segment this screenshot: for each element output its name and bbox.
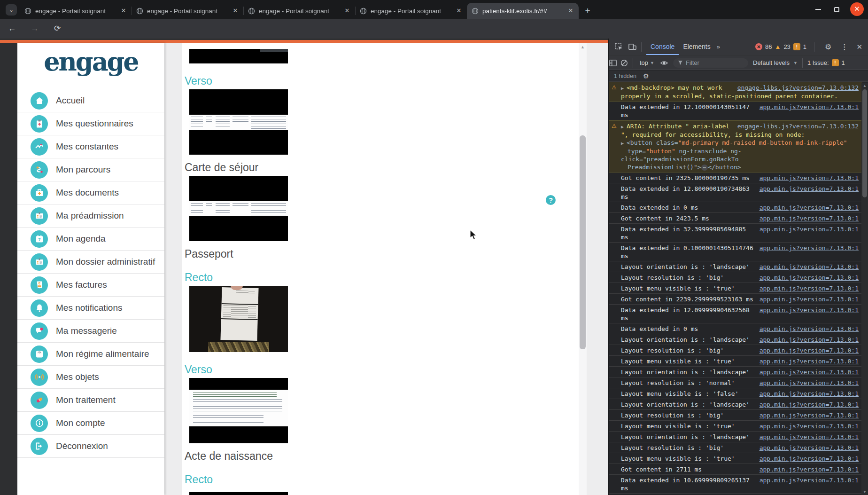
sidebar-item-mes-constantes[interactable]: Mes constantes bbox=[17, 135, 164, 158]
console-source-link[interactable]: app.min.js?version=7.13.0:1 bbox=[760, 274, 859, 282]
sidebar-item-mon-traitement[interactable]: Mon traitement bbox=[17, 389, 164, 412]
document-thumbnail[interactable] bbox=[189, 286, 288, 352]
browser-tab-4[interactable]: engage - Portail soignant✕ bbox=[355, 3, 467, 19]
console-log-row[interactable]: app.min.js?version=7.13.0:1Layout resolu… bbox=[609, 410, 862, 421]
inspect-element-icon[interactable] bbox=[615, 43, 623, 51]
browser-tab-2[interactable]: engage - Portail soignant✕ bbox=[132, 3, 243, 19]
console-log-row[interactable]: app.min.js?version=7.13.0:1Layout menu v… bbox=[609, 283, 862, 294]
console-log-row[interactable]: app.min.js?version=7.13.0:1Data extended… bbox=[609, 102, 862, 120]
sidebar-item-mes-factures[interactable]: €Mes factures bbox=[17, 274, 164, 297]
tab-close-icon[interactable]: ✕ bbox=[343, 7, 351, 15]
sidebar-item-mon-parcours[interactable]: Mon parcours bbox=[17, 158, 164, 181]
console-log-row[interactable]: app.min.js?version=7.13.0:1Layout menu v… bbox=[609, 421, 862, 432]
console-log-row[interactable]: app.min.js?version=7.13.0:1Layout menu v… bbox=[609, 453, 862, 464]
console-source-link[interactable]: app.min.js?version=7.13.0:1 bbox=[760, 411, 859, 419]
doc-side-link[interactable]: Verso bbox=[185, 363, 304, 376]
console-dom-node-line[interactable]: type="button" ng-transclude ng-click="pr… bbox=[621, 147, 859, 163]
issues-badge-icon[interactable]: ! bbox=[793, 43, 800, 50]
console-scrollbar[interactable]: ▲ ▼ bbox=[861, 83, 868, 495]
document-thumbnail[interactable] bbox=[189, 49, 288, 63]
sidebar-item-mon-dossier-administratif[interactable]: Mon dossier administratif bbox=[17, 251, 164, 274]
tab-close-icon[interactable]: ✕ bbox=[455, 7, 463, 15]
console-source-link[interactable]: app.min.js?version=7.13.0:1 bbox=[760, 306, 859, 314]
close-window-button[interactable]: ✕ bbox=[850, 2, 864, 16]
console-source-link[interactable]: app.min.js?version=7.13.0:1 bbox=[760, 390, 859, 398]
document-thumbnail[interactable] bbox=[189, 378, 288, 443]
console-source-link[interactable]: app.min.js?version=7.13.0:1 bbox=[760, 244, 859, 252]
console-source-link[interactable]: app.min.js?version=7.13.0:1 bbox=[760, 433, 859, 441]
expand-arrow-icon[interactable]: ▶ bbox=[621, 86, 624, 91]
more-tabs-button[interactable]: » bbox=[715, 43, 722, 50]
content-scrollbar[interactable]: ▲ bbox=[579, 43, 587, 495]
console-log-row[interactable]: app.min.js?version=7.13.0:1Layout orient… bbox=[609, 432, 862, 442]
console-log-row[interactable]: app.min.js?version=7.13.0:1Got content i… bbox=[609, 213, 862, 224]
sidebar-item-mes-documents[interactable]: Mes documents bbox=[17, 181, 164, 204]
console-source-link[interactable]: app.min.js?version=7.13.0:1 bbox=[760, 455, 859, 463]
console-log-row[interactable]: app.min.js?version=7.13.0:1Data extended… bbox=[609, 243, 862, 261]
js-context-selector[interactable]: top bbox=[640, 59, 648, 66]
console-source-link[interactable]: app.min.js?version=7.13.0:1 bbox=[760, 368, 859, 376]
console-source-link[interactable]: app.min.js?version=7.13.0:1 bbox=[760, 204, 859, 212]
console-source-link[interactable]: app.min.js?version=7.13.0:1 bbox=[760, 336, 859, 344]
sidebar-item-d-connexion[interactable]: Déconnexion bbox=[17, 435, 164, 458]
sidebar-item-accueil[interactable]: Accueil bbox=[17, 89, 164, 112]
console-source-link[interactable]: app.min.js?version=7.13.0:1 bbox=[760, 444, 859, 452]
console-log-row[interactable]: app.min.js?version=7.13.0:1Got content i… bbox=[609, 173, 862, 183]
error-count[interactable]: 86 bbox=[765, 43, 772, 50]
help-icon[interactable]: ? bbox=[546, 195, 556, 205]
sidebar-item-mes-questionnaires[interactable]: Mes questionnaires bbox=[17, 112, 164, 135]
warning-count-icon[interactable]: ▲ bbox=[775, 43, 781, 50]
restore-button[interactable] bbox=[834, 4, 839, 15]
console-log-row[interactable]: app.min.js?version=7.13.0:1Layout orient… bbox=[609, 399, 862, 410]
log-levels-selector[interactable]: Default levels bbox=[753, 59, 790, 66]
scroll-down-icon[interactable]: ▼ bbox=[863, 490, 867, 494]
console-warning-row[interactable]: ⚠engage-libs.js?version=7.13.0:132▶<md-b… bbox=[609, 82, 862, 102]
sidebar-item-ma-pr-admission[interactable]: Ma préadmission bbox=[17, 204, 164, 228]
console-source-link[interactable]: app.min.js?version=7.13.0:1 bbox=[760, 346, 859, 354]
console-source-link[interactable]: app.min.js?version=7.13.0:1 bbox=[760, 103, 859, 111]
back-button[interactable]: ← bbox=[7, 23, 18, 34]
console-log-row[interactable]: app.min.js?version=7.13.0:1Layout orient… bbox=[609, 334, 862, 345]
tab-console[interactable]: Console bbox=[646, 39, 679, 55]
warning-count[interactable]: 23 bbox=[783, 43, 790, 50]
browser-tab-1[interactable]: engage - Portail soignant✕ bbox=[20, 3, 132, 19]
sidebar-item-mes-notifications[interactable]: Mes notifications bbox=[17, 297, 164, 320]
sidebar-item-ma-messagerie[interactable]: Ma messagerie bbox=[17, 320, 164, 343]
console-dom-node-line[interactable]: ▶<button class="md-primary md-raised md-… bbox=[621, 139, 859, 147]
console-log-row[interactable]: app.min.js?version=7.13.0:1Layout resolu… bbox=[609, 272, 862, 283]
console-log-row[interactable]: app.min.js?version=7.13.0:1Data extended… bbox=[609, 323, 862, 334]
console-log-row[interactable]: app.min.js?version=7.13.0:1Layout resolu… bbox=[609, 345, 862, 356]
console-log-row[interactable]: app.min.js?version=7.13.0:1Layout orient… bbox=[609, 367, 862, 377]
sidebar-item-mon-r-gime-alimentaire[interactable]: Mon régime alimentaire bbox=[17, 343, 164, 366]
sidebar-item-mon-compte[interactable]: Mon compte bbox=[17, 412, 164, 435]
issues-counter[interactable]: 1 Issue: ! 1 bbox=[807, 59, 845, 66]
error-count-icon[interactable]: ✕ bbox=[755, 43, 762, 50]
console-log-row[interactable]: app.min.js?version=7.13.0:1Data extended… bbox=[609, 305, 862, 323]
sidebar-item-mon-agenda[interactable]: 7Mon agenda bbox=[17, 228, 164, 251]
browser-tab-5[interactable]: patients-klif.exolis.fr/#!/✕ bbox=[467, 3, 579, 19]
console-source-link[interactable]: app.min.js?version=7.13.0:1 bbox=[760, 174, 859, 182]
console-log-row[interactable]: app.min.js?version=7.13.0:1Data extended… bbox=[609, 475, 862, 494]
console-source-link[interactable]: app.min.js?version=7.13.0:1 bbox=[760, 225, 859, 233]
console-log-row[interactable]: app.min.js?version=7.13.0:1Layout menu v… bbox=[609, 388, 862, 399]
console-scrollbar-thumb[interactable] bbox=[862, 89, 867, 197]
console-log-row[interactable]: app.min.js?version=7.13.0:1Data extended… bbox=[609, 183, 862, 202]
console-source-link[interactable]: app.min.js?version=7.13.0:1 bbox=[760, 379, 859, 387]
devtools-close-icon[interactable]: ✕ bbox=[856, 43, 862, 51]
minimize-button[interactable] bbox=[815, 4, 821, 15]
document-thumbnail[interactable] bbox=[189, 176, 288, 241]
console-source-link[interactable]: engage-libs.js?version=7.13.0:132 bbox=[737, 122, 859, 130]
live-expression-eye-icon[interactable] bbox=[660, 59, 668, 67]
console-source-link[interactable]: app.min.js?version=7.13.0:1 bbox=[760, 422, 859, 430]
console-log-row[interactable]: app.min.js?version=7.13.0:1Data extended… bbox=[609, 202, 862, 213]
console-log-row[interactable]: app.min.js?version=7.13.0:1Layout orient… bbox=[609, 261, 862, 272]
document-thumbnail[interactable] bbox=[189, 492, 288, 495]
issues-badge-count[interactable]: 1 bbox=[803, 43, 806, 50]
console-source-link[interactable]: app.min.js?version=7.13.0:1 bbox=[760, 401, 859, 409]
console-source-link[interactable]: app.min.js?version=7.13.0:1 bbox=[760, 284, 859, 292]
console-source-link[interactable]: app.min.js?version=7.13.0:1 bbox=[760, 185, 859, 193]
console-log-row[interactable]: app.min.js?version=7.13.0:1Layout resolu… bbox=[609, 442, 862, 453]
forward-button[interactable]: → bbox=[29, 23, 40, 34]
console-warning-row[interactable]: ⚠engage-libs.js?version=7.13.0:132▶ARIA:… bbox=[609, 120, 862, 173]
document-thumbnail[interactable] bbox=[189, 89, 288, 155]
